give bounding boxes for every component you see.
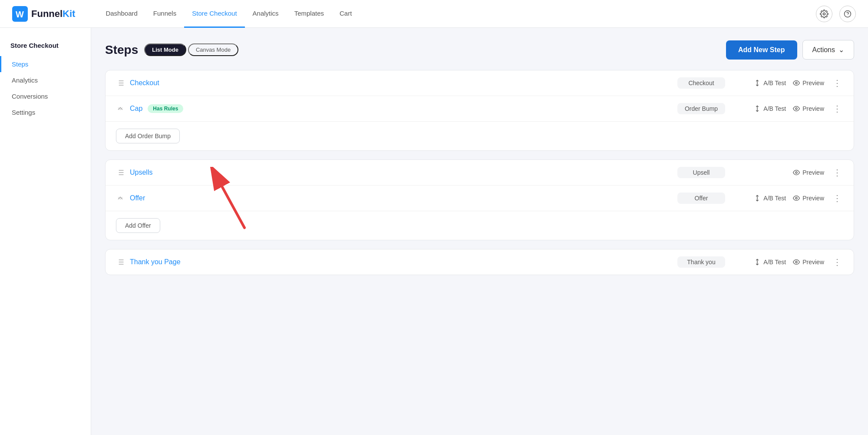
step-name-thankyou[interactable]: Thank you Page bbox=[130, 258, 181, 266]
upsells-group: Upsells Upsell Preview ⋮ Offer bbox=[105, 159, 854, 240]
add-order-bump-button[interactable]: Add Order Bump bbox=[116, 129, 180, 143]
top-nav: W FunnelKit Dashboard Funnels Store Chec… bbox=[0, 0, 868, 28]
step-type-badge: Upsell bbox=[677, 167, 725, 178]
nav-templates[interactable]: Templates bbox=[287, 0, 332, 28]
list-icon bbox=[116, 79, 125, 87]
checkout-group: Checkout Checkout A/B Test Preview ⋮ bbox=[105, 70, 854, 151]
svg-point-20 bbox=[795, 172, 797, 173]
table-row: Cap Has Rules Order Bump A/B Test Previe… bbox=[106, 96, 854, 122]
main-content: Steps List Mode Canvas Mode Add New Step… bbox=[91, 28, 868, 435]
logo-icon: W bbox=[12, 6, 28, 22]
list-icon bbox=[116, 168, 125, 177]
ab-test-icon bbox=[754, 259, 761, 266]
preview-button[interactable]: Preview bbox=[793, 105, 824, 112]
eye-icon bbox=[793, 259, 800, 266]
more-options-button[interactable]: ⋮ bbox=[831, 78, 843, 88]
canvas-mode-btn[interactable]: Canvas Mode bbox=[188, 43, 238, 56]
add-new-step-button[interactable]: Add New Step bbox=[726, 40, 797, 60]
step-actions: Preview ⋮ bbox=[730, 167, 843, 178]
nav-analytics[interactable]: Analytics bbox=[245, 0, 287, 28]
svg-point-11 bbox=[795, 82, 797, 84]
svg-text:W: W bbox=[16, 10, 24, 19]
eye-icon bbox=[793, 105, 800, 112]
list-icon bbox=[116, 258, 125, 266]
svg-point-21 bbox=[795, 197, 797, 199]
step-actions: A/B Test Preview ⋮ bbox=[730, 103, 843, 114]
ab-test-icon bbox=[754, 195, 761, 202]
eye-icon bbox=[793, 195, 800, 202]
help-icon[interactable] bbox=[839, 6, 856, 22]
chevron-down-icon: ⌄ bbox=[838, 46, 844, 54]
nav-funnels[interactable]: Funnels bbox=[145, 0, 184, 28]
preview-button[interactable]: Preview bbox=[793, 195, 824, 202]
mode-switcher: List Mode Canvas Mode bbox=[144, 43, 238, 56]
list-mode-btn[interactable]: List Mode bbox=[144, 43, 186, 56]
svg-point-28 bbox=[795, 261, 797, 263]
sidebar-item-settings[interactable]: Settings bbox=[0, 104, 91, 120]
svg-point-2 bbox=[823, 13, 825, 15]
step-name-checkout[interactable]: Checkout bbox=[130, 79, 159, 87]
nav-cart[interactable]: Cart bbox=[332, 0, 360, 28]
actions-button[interactable]: Actions ⌄ bbox=[802, 40, 854, 60]
header-actions: Add New Step Actions ⌄ bbox=[726, 40, 854, 60]
svg-point-12 bbox=[795, 108, 797, 110]
step-actions: A/B Test Preview ⋮ bbox=[730, 257, 843, 267]
preview-button[interactable]: Preview bbox=[793, 259, 824, 266]
more-options-button[interactable]: ⋮ bbox=[831, 193, 843, 203]
more-options-button[interactable]: ⋮ bbox=[831, 103, 843, 114]
table-row: Checkout Checkout A/B Test Preview ⋮ bbox=[106, 70, 854, 96]
thankyou-group: Thank you Page Thank you A/B Test Previe… bbox=[105, 249, 854, 275]
sort-icon bbox=[116, 194, 125, 203]
sort-icon bbox=[116, 104, 125, 113]
ab-test-icon bbox=[754, 80, 761, 86]
table-row: Thank you Page Thank you A/B Test Previe… bbox=[106, 249, 854, 275]
sidebar-item-analytics[interactable]: Analytics bbox=[0, 72, 91, 88]
step-type-badge: Thank you bbox=[677, 256, 725, 268]
step-row-inner: Offer bbox=[116, 194, 672, 203]
nav-links: Dashboard Funnels Store Checkout Analyti… bbox=[98, 0, 800, 28]
step-type-badge: Checkout bbox=[677, 77, 725, 89]
step-actions: A/B Test Preview ⋮ bbox=[730, 78, 843, 88]
nav-store-checkout[interactable]: Store Checkout bbox=[184, 0, 244, 28]
app-body: Store Checkout Steps Analytics Conversio… bbox=[0, 28, 868, 435]
step-row-inner: Upsells bbox=[116, 168, 672, 177]
step-name-upsells[interactable]: Upsells bbox=[130, 169, 152, 176]
logo-text: FunnelKit bbox=[31, 8, 75, 20]
step-row-inner: Checkout bbox=[116, 79, 672, 87]
step-row-inner: Thank you Page bbox=[116, 258, 672, 266]
step-type-badge: Offer bbox=[677, 193, 725, 204]
ab-test-button[interactable]: A/B Test bbox=[754, 259, 786, 266]
eye-icon bbox=[793, 80, 800, 86]
ab-test-icon bbox=[754, 105, 761, 112]
eye-icon bbox=[793, 169, 800, 176]
more-options-button[interactable]: ⋮ bbox=[831, 257, 843, 267]
nav-icons bbox=[816, 6, 856, 22]
add-offer-button[interactable]: Add Offer bbox=[116, 218, 160, 233]
preview-button[interactable]: Preview bbox=[793, 80, 824, 86]
step-row-inner: Cap Has Rules bbox=[116, 104, 672, 113]
page-title: Steps bbox=[105, 43, 138, 57]
step-type-badge: Order Bump bbox=[677, 103, 725, 114]
sidebar: Store Checkout Steps Analytics Conversio… bbox=[0, 28, 91, 435]
has-rules-badge: Has Rules bbox=[148, 104, 183, 113]
add-offer-row: Add Offer bbox=[106, 211, 854, 240]
preview-button[interactable]: Preview bbox=[793, 169, 824, 176]
ab-test-button[interactable]: A/B Test bbox=[754, 195, 786, 202]
nav-dashboard[interactable]: Dashboard bbox=[98, 0, 145, 28]
sidebar-item-steps[interactable]: Steps bbox=[0, 56, 91, 72]
steps-header: Steps List Mode Canvas Mode Add New Step… bbox=[105, 40, 854, 60]
step-name-cap[interactable]: Cap bbox=[130, 105, 142, 113]
step-actions: A/B Test Preview ⋮ bbox=[730, 193, 843, 203]
sidebar-item-conversions[interactable]: Conversions bbox=[0, 88, 91, 104]
table-row: Offer Offer A/B Test Preview ⋮ bbox=[106, 186, 854, 211]
logo[interactable]: W FunnelKit bbox=[12, 6, 75, 22]
add-order-bump-row: Add Order Bump bbox=[106, 122, 854, 150]
step-name-offer[interactable]: Offer bbox=[130, 194, 145, 202]
gear-icon[interactable] bbox=[816, 6, 832, 22]
table-row: Upsells Upsell Preview ⋮ bbox=[106, 160, 854, 186]
ab-test-button[interactable]: A/B Test bbox=[754, 80, 786, 86]
more-options-button[interactable]: ⋮ bbox=[831, 167, 843, 178]
sidebar-title: Store Checkout bbox=[0, 42, 91, 56]
ab-test-button[interactable]: A/B Test bbox=[754, 105, 786, 112]
